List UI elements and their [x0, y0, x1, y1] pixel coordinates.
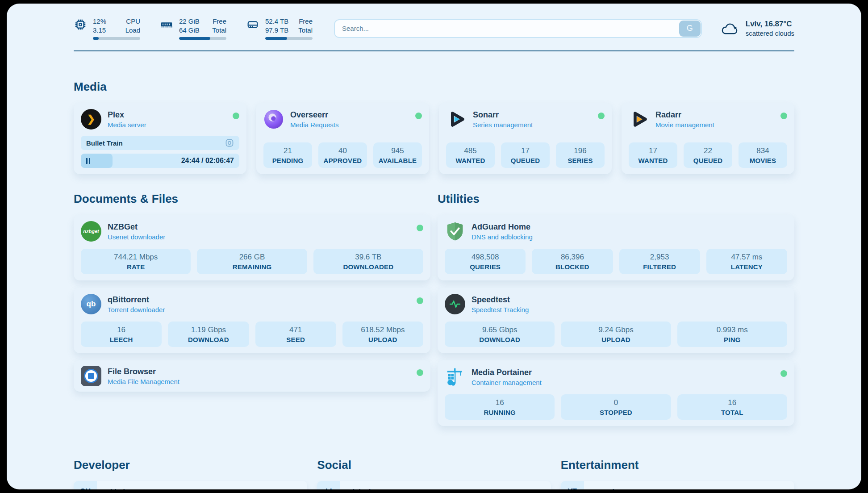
section-title-documents: Documents & Files — [74, 192, 430, 206]
service-card-plex[interactable]: ❯ Plex Media server Bullet Train — [74, 103, 246, 174]
ram-icon — [160, 18, 173, 31]
stat-label: APPROVED — [320, 157, 365, 164]
link-url: github.com — [267, 488, 300, 490]
search-input[interactable] — [334, 19, 702, 38]
app-name: AdGuard Home — [472, 222, 533, 232]
search-provider-button[interactable]: G — [679, 21, 701, 37]
link-row-linkedin[interactable]: LI LinkedIn linkedin.com — [317, 481, 551, 489]
link-tag: YT — [561, 481, 584, 489]
stat-value: 266 GB — [199, 253, 305, 262]
link-row-youtube[interactable]: YT YouTube youtube.com — [561, 481, 794, 489]
stat-label: WANTED — [630, 157, 676, 164]
service-card-speedtest[interactable]: Speedtest Speedtest Tracking 9.65 Gbps D… — [438, 288, 794, 353]
ram-free-value: 22 GiB — [179, 17, 200, 26]
link-row-github[interactable]: GH Github github.com — [74, 481, 307, 489]
service-card-nzbget[interactable]: nzbget NZBGet Usenet downloader 744.21 M… — [74, 215, 430, 280]
link-name: YouTube — [592, 488, 621, 489]
stat-label: PING — [679, 336, 785, 343]
top-bar: 12% CPU 3.15 Load 22 GiB Free — [7, 4, 861, 40]
adguard-icon — [445, 221, 465, 242]
service-card-radarr[interactable]: Radarr Movie management 17 WANTED 22 QUE… — [622, 103, 794, 174]
app-name: qBittorrent — [108, 295, 165, 305]
stat-label: QUEUED — [503, 157, 548, 164]
now-playing-row: Bullet Train — [81, 136, 239, 150]
service-card-filebrowser[interactable]: File Browser Media File Management — [74, 360, 430, 392]
stat-value: 9.65 Gbps — [447, 326, 553, 334]
cpu-progress-track — [93, 37, 140, 40]
stat-pill: 1.19 Gbps DOWNLOAD — [168, 322, 249, 347]
cpu-usage-label: CPU — [125, 17, 140, 26]
playback-progress-bar[interactable]: 24:44 / 02:06:47 — [81, 154, 239, 168]
speedtest-icon — [445, 294, 465, 314]
service-card-portainer[interactable]: Media Portainer Container management 16 … — [438, 360, 794, 426]
app-subtitle: DNS and adblocking — [472, 233, 533, 241]
stat-pill: 86,396 BLOCKED — [532, 249, 613, 274]
stat-value: 16 — [83, 326, 160, 334]
status-dot — [417, 225, 423, 231]
service-card-qbittorrent[interactable]: qb qBittorrent Torrent downloader 16 LEE… — [74, 288, 430, 353]
section-title-developer: Developer — [74, 458, 307, 472]
app-subtitle: Usenet downloader — [108, 233, 165, 241]
stat-label: LATENCY — [708, 263, 785, 271]
stat-label: DOWNLOAD — [447, 336, 553, 343]
stat-label: WANTED — [448, 157, 493, 164]
qbittorrent-icon: qb — [81, 294, 101, 314]
link-tag: LI — [317, 481, 340, 489]
section-title-entertainment: Entertainment — [561, 458, 794, 472]
developer-links-section: Developer GH Github github.com SO StackO… — [74, 458, 307, 489]
stat-pill: 485 WANTED — [446, 142, 495, 168]
stat-value: 16 — [447, 398, 553, 407]
stat-label: QUERIES — [447, 263, 524, 271]
stat-pill: 16 TOTAL — [677, 394, 787, 420]
service-card-adguard[interactable]: AdGuard Home DNS and adblocking 498,508 … — [438, 215, 794, 280]
stat-label: DOWNLOAD — [170, 336, 247, 343]
section-title-utilities: Utilities — [438, 192, 794, 206]
stat-value: 47.57 ms — [708, 253, 785, 262]
stat-label: REMAINING — [199, 263, 305, 271]
ram-progress-track — [179, 37, 226, 40]
stat-pill: 17 QUEUED — [501, 142, 550, 168]
disk-total-label: Total — [298, 26, 313, 35]
app-name: Media Portainer — [472, 368, 542, 377]
stat-label: STOPPED — [563, 409, 669, 416]
cloud-icon — [721, 21, 739, 36]
stat-pill: 17 WANTED — [629, 142, 677, 168]
status-dot — [780, 370, 787, 377]
service-card-sonarr[interactable]: Sonarr Series management 485 WANTED 17 Q… — [439, 103, 612, 174]
cast-icon[interactable] — [225, 138, 234, 147]
ram-progress-fill — [179, 37, 210, 40]
stat-pill: 9.65 Gbps DOWNLOAD — [445, 322, 555, 347]
filebrowser-icon — [81, 366, 101, 386]
app-subtitle: Torrent downloader — [108, 306, 165, 313]
weather-location-temp: Lviv, 16.87°C — [746, 20, 794, 29]
stat-value: 945 — [375, 146, 420, 155]
disk-stat-widget: 52.4 TB Free 97.9 TB Total — [246, 17, 313, 40]
stat-pill: 21 PENDING — [263, 142, 312, 168]
stat-label: RATE — [83, 263, 189, 271]
app-name: Plex — [108, 110, 146, 120]
link-name: LinkedIn — [348, 488, 377, 489]
stat-pill: 744.21 Mbps RATE — [81, 249, 191, 274]
stat-pill: 47.57 ms LATENCY — [706, 249, 787, 274]
stat-label: TOTAL — [679, 409, 785, 416]
pause-icon[interactable] — [86, 158, 90, 164]
stat-pill: 945 AVAILABLE — [373, 142, 422, 168]
media-cards-row: ❯ Plex Media server Bullet Train — [74, 103, 794, 174]
stat-value: 0.993 ms — [679, 326, 785, 334]
app-subtitle: Media Requests — [290, 121, 338, 129]
stat-pill: 196 SERIES — [556, 142, 605, 168]
stat-value: 834 — [740, 146, 785, 155]
entertainment-links-section: Entertainment YT YouTube youtube.com NF … — [561, 458, 794, 489]
service-card-overseerr[interactable]: Overseerr Media Requests 21 PENDING 40 A… — [256, 103, 429, 174]
app-subtitle: Series management — [473, 121, 533, 129]
portainer-icon — [445, 367, 465, 387]
overseerr-icon — [263, 109, 284, 130]
stat-value: 16 — [679, 398, 785, 407]
disk-free-value: 52.4 TB — [265, 17, 288, 26]
social-links-section: Social LI LinkedIn linkedin.com TW Twitt… — [317, 458, 551, 489]
stat-value: 618.52 Mbps — [344, 326, 421, 334]
app-subtitle: Container management — [472, 379, 542, 386]
app-subtitle: Speedtest Tracking — [472, 306, 529, 313]
weather-widget: Lviv, 16.87°C scattered clouds — [721, 20, 794, 37]
radarr-icon — [629, 109, 649, 130]
